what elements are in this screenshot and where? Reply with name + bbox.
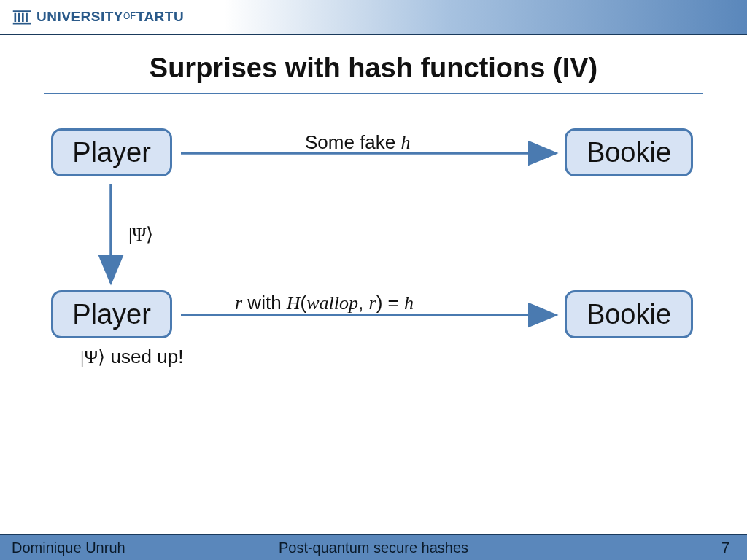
svg-rect-4	[26, 13, 28, 22]
arrow-top-label: Some fake h	[305, 131, 411, 154]
math-var-r: r	[235, 292, 242, 314]
math-var-H: H	[287, 292, 301, 314]
footer-page-number: 7	[721, 540, 729, 556]
arrow-bottom-label: r with H(wallop, r) = h	[235, 292, 414, 314]
math-var-h2: h	[404, 292, 414, 314]
math-ket-psi: |Ψ⟩	[80, 346, 105, 368]
math-var-r2: r	[369, 292, 376, 314]
math-var-h: h	[401, 132, 411, 153]
text: Some fake	[305, 131, 401, 153]
player-node-top: Player	[51, 128, 172, 176]
text: with	[242, 292, 287, 314]
math-var-wallop: wallop	[306, 292, 358, 314]
node-label: Bookie	[587, 137, 671, 168]
svg-rect-2	[18, 13, 20, 22]
node-label: Player	[72, 299, 151, 330]
psi-label: |Ψ⟩	[128, 223, 153, 246]
node-label: Bookie	[587, 299, 671, 330]
institution-name: UNIVERSITYOFTARTU	[36, 9, 184, 25]
bookie-node-top: Bookie	[565, 128, 693, 176]
text: )	[376, 292, 383, 314]
bookie-node-bottom: Bookie	[565, 290, 693, 338]
title-underline	[44, 93, 703, 94]
math-ket-psi: |Ψ⟩	[128, 224, 153, 245]
slide-footer: Dominique Unruh Post-quantum secure hash…	[0, 534, 747, 560]
svg-rect-1	[15, 13, 17, 22]
footer-author: Dominique Unruh	[12, 540, 125, 556]
svg-rect-5	[13, 23, 31, 25]
text: (	[301, 292, 307, 314]
svg-rect-3	[22, 13, 24, 22]
text: used up!	[105, 346, 183, 368]
text: ,	[358, 292, 368, 314]
slide-header: UNIVERSITYOFTARTU	[0, 0, 747, 35]
svg-rect-0	[13, 10, 31, 12]
slide-title: Surprises with hash functions (IV)	[0, 52, 747, 84]
institution-logo: UNIVERSITYOFTARTU	[12, 7, 184, 27]
psi-used-up-label: |Ψ⟩ used up!	[80, 346, 183, 368]
node-label: Player	[72, 137, 151, 168]
text: =	[382, 292, 404, 314]
arrows-layer	[0, 0, 747, 560]
player-node-bottom: Player	[51, 290, 172, 338]
pillars-icon	[12, 7, 32, 27]
